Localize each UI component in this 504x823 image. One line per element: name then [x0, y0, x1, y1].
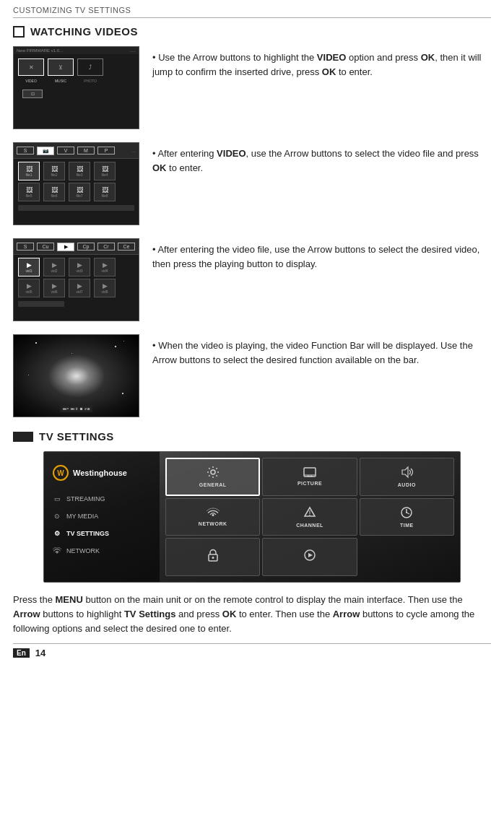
vfile-8: ▶ vid8 [94, 279, 116, 297]
vfile-6: ▶ vid6 [43, 279, 65, 297]
bullet-text-1: Use the Arrow buttons to highlight the V… [152, 46, 491, 79]
thumb-icon-2: ⊻ [48, 58, 74, 76]
file-row-2b: 🖼 file5 🖼 file6 🖼 file7 🖼 [18, 183, 134, 201]
time-icon [400, 506, 413, 521]
svg-point-13 [406, 512, 407, 513]
general-icon [207, 466, 220, 481]
bullet-text-2: After entering VIDEO, use the Arrow butt… [152, 142, 491, 175]
menu-tab-p: P [97, 147, 115, 154]
svg-point-9 [309, 515, 310, 516]
streaming-icon: ▭ [53, 495, 61, 503]
page-title: CUSTOMIZING TV SETTINGS [13, 6, 491, 18]
grid-item-channel[interactable]: CHANNEL [262, 498, 357, 536]
menu-tab-v: V [57, 147, 74, 154]
sidebar-item-streaming[interactable]: ▭ STREAMING [44, 491, 160, 507]
progress-bar-3 [18, 301, 64, 307]
tv-sidebar: W Westinghouse ▭ STREAMING ⊙ MY MEDIA ⚙ … [44, 452, 160, 582]
file-item-1: 🖼 file1 [18, 162, 40, 180]
channel-label: CHANNEL [296, 523, 323, 528]
sidebar-item-network[interactable]: NETWORK [44, 543, 160, 559]
audio-icon [400, 466, 413, 481]
channel-icon [303, 506, 316, 521]
thumb-enter-btn: ⊡ [22, 90, 43, 98]
progress-bar-2 [18, 205, 134, 211]
tv-settings-section: TV SETTINGS W Westinghouse ▭ STREAMING ⊙ [13, 430, 491, 583]
file-item-6: 🖼 file6 [43, 183, 65, 201]
grid-item-general[interactable]: GENERAL [165, 458, 260, 496]
video-row-3: S Cu ▶ Cp Cr Ce ... ▶ vid1 ▶ [13, 238, 491, 321]
menu3-tab-cr: Cr [97, 243, 115, 251]
screenshot-thumb-4: ⏮ ▶ ⏭ ⏸ ⏹ ↺ ⊞ [13, 334, 139, 417]
file-item-8: 🖼 file8 [94, 183, 116, 201]
tv-settings-label: TV SETTINGS [66, 530, 109, 537]
menu3-tab-cp: Cp [77, 243, 95, 251]
tv-screenshot: W Westinghouse ▭ STREAMING ⊙ MY MEDIA ⚙ … [43, 451, 461, 583]
file-row-2: 🖼 file1 🖼 file2 🖼 file3 🖼 [18, 162, 134, 180]
tv-background: W Westinghouse ▭ STREAMING ⊙ MY MEDIA ⚙ … [44, 452, 460, 582]
grid-item-audio[interactable]: AUDIO [360, 458, 454, 496]
vfile-3: ▶ vid3 [69, 258, 90, 276]
network-icon [206, 508, 220, 520]
vfile-2: ▶ vid2 [43, 258, 65, 276]
screen-menu-bar-2: S 📷 V M P ... [14, 143, 139, 159]
menu3-tab-sel: ▶ [57, 243, 74, 251]
screen-content-2: 🖼 file1 🖼 file2 🖼 file3 🖼 [14, 159, 139, 225]
grid-item-lock[interactable] [165, 538, 260, 576]
picture-label: PICTURE [297, 481, 322, 486]
streaming-label: STREAMING [66, 495, 105, 502]
watching-videos-section: WATCHING VIDEOS New FIRMWARE v1.0... ...… [13, 25, 491, 417]
file-item-3: 🖼 file3 [69, 162, 90, 180]
tv-settings-icon: ⚙ [53, 529, 61, 538]
thumb-icon-3: ⤴ [77, 58, 103, 76]
video-row-2: S 📷 V M P ... 🖼 file1 🖼 [13, 142, 491, 225]
vfile-1: ▶ vid1 [18, 258, 40, 276]
bullet-text-4: When the video is playing, the video Fun… [152, 334, 491, 367]
menu3-tab-ce: Ce [118, 243, 135, 251]
time-label: TIME [400, 523, 414, 528]
file-item-2: 🖼 file2 [43, 162, 65, 180]
page-number: 14 [35, 648, 45, 658]
screen-menu-bar-3: S Cu ▶ Cp Cr Ce ... [14, 239, 139, 255]
tv-main-grid: GENERAL PICTUR [160, 452, 460, 582]
menu-tab-s: S [17, 147, 34, 154]
file-item-5: 🖼 file5 [18, 183, 40, 201]
language-badge: En [13, 648, 30, 658]
section-icon-solid [13, 432, 33, 442]
video-row-4: ⏮ ▶ ⏭ ⏸ ⏹ ↺ ⊞ When the video is playing,… [13, 334, 491, 417]
bullet-text-3: After entering the video file, use the A… [152, 238, 491, 271]
svg-point-0 [211, 470, 215, 474]
my-media-label: MY MEDIA [66, 513, 98, 520]
vfile-5: ▶ vid5 [18, 279, 40, 297]
screenshot-thumb-3: S Cu ▶ Cp Cr Ce ... ▶ vid1 ▶ [13, 238, 139, 321]
menu3-tab-cu: Cu [37, 243, 54, 251]
video-row-3b: ▶ vid5 ▶ vid6 ▶ vid7 ▶ v [18, 279, 134, 297]
footer-text: Press the MENU button on the main unit o… [13, 593, 491, 636]
screen-content-3: ▶ vid1 ▶ vid2 ▶ vid3 ▶ v [14, 255, 139, 321]
sidebar-item-tv-settings[interactable]: ⚙ TV SETTINGS [44, 526, 160, 541]
page-number-row: En 14 [13, 643, 491, 658]
grid-item-time[interactable]: TIME [360, 498, 454, 536]
svg-marker-17 [308, 553, 313, 557]
thumb-icon-1: ✕ [18, 58, 44, 76]
my-media-icon: ⊙ [53, 512, 61, 521]
tv-logo: W Westinghouse [44, 459, 160, 489]
thumb-top-bar: New FIRMWARE v1.0... ..... [14, 47, 139, 54]
network-sidebar-icon [53, 547, 61, 555]
video-row-1: New FIRMWARE v1.0... ..... ✕ ⊻ ⤴ VIDEO M… [13, 46, 491, 129]
general-label: GENERAL [199, 482, 227, 487]
audio-label: AUDIO [398, 482, 416, 487]
thumb-icon-row: ✕ ⊻ ⤴ [14, 54, 139, 79]
picture-icon [303, 467, 316, 479]
file-item-4: 🖼 file4 [94, 162, 116, 180]
watching-videos-header: WATCHING VIDEOS [13, 25, 491, 38]
westinghouse-logo-icon: W [53, 465, 69, 481]
file-item-7: 🖼 file7 [69, 183, 90, 201]
menu-tab-cam: 📷 [37, 147, 54, 155]
svg-point-15 [212, 557, 214, 559]
grid-item-play[interactable] [262, 538, 357, 576]
sidebar-item-my-media[interactable]: ⊙ MY MEDIA [44, 508, 160, 524]
function-bar: ⏮ ▶ ⏭ ⏸ ⏹ ↺ ⊞ [60, 405, 92, 412]
grid-item-network[interactable]: NETWORK [165, 498, 260, 536]
grid-item-picture[interactable]: PICTURE [262, 458, 357, 496]
lock-icon [208, 549, 218, 564]
